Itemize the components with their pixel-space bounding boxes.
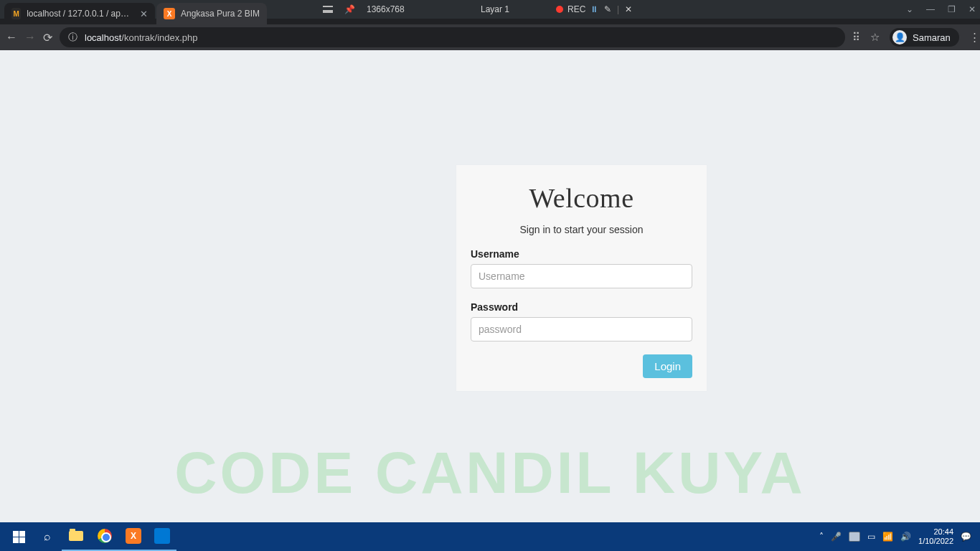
login-heading: Welcome bbox=[471, 182, 692, 214]
mic-icon[interactable]: 🎤 bbox=[831, 532, 842, 542]
url-host: localhost bbox=[85, 32, 121, 43]
notifications-icon[interactable]: 💬 bbox=[961, 532, 971, 542]
date-label: 1/10/2022 bbox=[918, 537, 953, 546]
xampp-button[interactable]: X bbox=[119, 522, 148, 551]
battery-icon[interactable]: ▭ bbox=[867, 532, 875, 542]
vscode-button[interactable] bbox=[148, 522, 176, 551]
site-info-icon[interactable]: ⓘ bbox=[68, 31, 77, 44]
kebab-menu-icon[interactable]: ⋮ bbox=[969, 31, 980, 44]
login-subheading: Sign in to start your session bbox=[471, 224, 692, 235]
file-explorer-button[interactable] bbox=[62, 522, 90, 551]
url-path: /kontrak/index.php bbox=[121, 32, 197, 43]
password-input[interactable] bbox=[471, 317, 692, 342]
tray-chevron-icon[interactable]: ˄ bbox=[819, 532, 824, 542]
chrome-icon bbox=[98, 529, 112, 543]
windows-logo-icon bbox=[13, 531, 25, 543]
reload-button[interactable]: ⟳ bbox=[43, 31, 52, 44]
pause-icon[interactable]: ⏸ bbox=[590, 4, 598, 14]
clock[interactable]: 20:44 1/10/2022 bbox=[918, 527, 953, 546]
bookmark-icon[interactable]: ☆ bbox=[870, 31, 880, 44]
volume-icon[interactable]: 🔊 bbox=[900, 532, 911, 542]
password-label: Password bbox=[471, 301, 692, 313]
record-indicator[interactable]: REC bbox=[556, 4, 585, 14]
tab-phpmyadmin[interactable]: M localhost / 127.0.0.1 / ap2 | phpM ✕ bbox=[4, 3, 155, 24]
search-button[interactable]: ⌕ bbox=[33, 522, 62, 551]
browser-tabstrip: M localhost / 127.0.0.1 / ap2 | phpM ✕ X… bbox=[0, 0, 268, 24]
tab-close-icon[interactable]: ✕ bbox=[140, 9, 148, 19]
login-button[interactable]: Login bbox=[643, 354, 692, 378]
translate-icon[interactable]: ⠿ bbox=[852, 31, 860, 44]
profile-name: Samaran bbox=[913, 32, 951, 43]
tray-app-icon[interactable] bbox=[849, 532, 860, 542]
browser-toolbar: ← → ⟳ ⓘ localhost/kontrak/index.php ⠿ ☆ … bbox=[0, 24, 980, 50]
start-button[interactable] bbox=[4, 522, 33, 551]
profile-button[interactable]: 👤 Samaran bbox=[890, 28, 959, 47]
chevron-down-icon[interactable]: ⌄ bbox=[906, 4, 913, 14]
pencil-icon[interactable]: ✎ bbox=[604, 4, 611, 14]
windows-taskbar: ⌕ X ˄ 🎤 ▭ 📶 🔊 20:44 1/10/2022 💬 bbox=[0, 522, 980, 551]
stop-icon[interactable]: ✕ bbox=[625, 4, 632, 14]
wifi-icon[interactable]: 📶 bbox=[882, 532, 893, 542]
divider: | bbox=[617, 4, 619, 14]
tab-angkasa[interactable]: X Angkasa Pura 2 BIM bbox=[156, 3, 267, 24]
screen-label[interactable]: Layar 1 bbox=[481, 4, 509, 14]
system-tray: ˄ 🎤 ▭ 📶 🔊 20:44 1/10/2022 💬 bbox=[819, 527, 976, 546]
address-bar[interactable]: ⓘ localhost/kontrak/index.php bbox=[60, 27, 845, 47]
watermark-text: CODE CANDIL KUYA bbox=[0, 439, 980, 507]
tab-title: Angkasa Pura 2 BIM bbox=[181, 9, 260, 19]
back-button[interactable]: ← bbox=[6, 31, 17, 44]
xampp-favicon-icon: X bbox=[164, 8, 175, 19]
tab-title: localhost / 127.0.0.1 / ap2 | phpM bbox=[27, 9, 131, 19]
avatar-icon: 👤 bbox=[892, 30, 907, 44]
chrome-button[interactable] bbox=[90, 522, 119, 551]
record-dot-icon bbox=[556, 6, 563, 13]
minimize-button[interactable]: — bbox=[926, 4, 935, 14]
maximize-button[interactable]: ❐ bbox=[948, 4, 956, 14]
phpmyadmin-favicon-icon: M bbox=[11, 8, 21, 19]
username-input[interactable] bbox=[471, 264, 692, 288]
xampp-icon: X bbox=[126, 528, 141, 544]
time-label: 20:44 bbox=[918, 527, 953, 537]
menu-icon[interactable] bbox=[323, 6, 333, 13]
folder-icon bbox=[69, 531, 83, 541]
login-card: Welcome Sign in to start your session Us… bbox=[456, 165, 707, 391]
record-label: REC bbox=[567, 4, 585, 14]
close-button[interactable]: ✕ bbox=[969, 4, 976, 14]
vscode-icon bbox=[154, 528, 170, 544]
page-viewport: Welcome Sign in to start your session Us… bbox=[0, 50, 980, 522]
username-label: Username bbox=[471, 248, 692, 260]
forward-button[interactable]: → bbox=[24, 31, 36, 44]
pin-icon[interactable]: 📌 bbox=[344, 4, 355, 14]
resolution-label: 980x551 bbox=[367, 4, 405, 14]
